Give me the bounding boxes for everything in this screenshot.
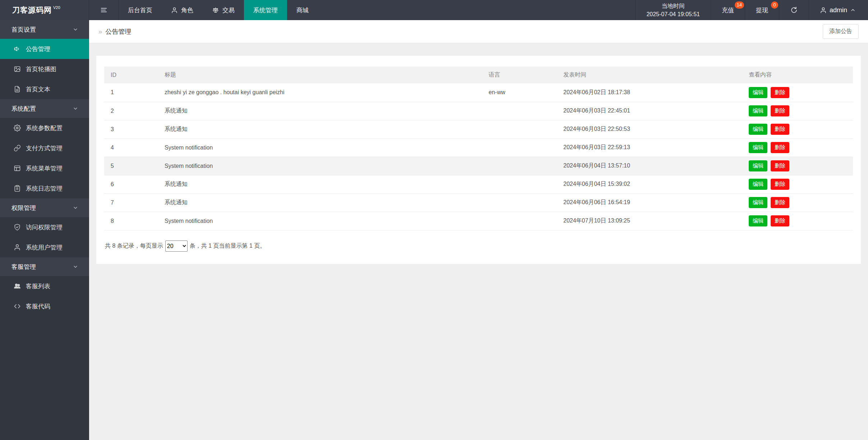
nav-item-system[interactable]: 系统管理 [244,0,287,20]
delete-button[interactable]: 删除 [771,197,789,208]
refresh-icon [790,6,798,14]
sidebar-item-label: 系统菜单管理 [26,164,63,173]
delete-button[interactable]: 删除 [771,124,789,135]
cell-actions: 编辑删除 [742,83,853,102]
cell-time: 2024年06月04日 15:39:02 [557,175,742,193]
nav-item-label: 角色 [181,6,193,14]
chevron-down-icon [73,205,78,211]
sidebar: 首页设置 公告管理 首页轮播图 首页文本 系统配置 系统参数配置 支付方式管理 [0,20,89,440]
gear-icon [14,124,21,132]
edit-button[interactable]: 编辑 [749,160,767,171]
sidebar-item-label: 客服列表 [26,282,50,290]
top-navbar: 刀客源码网 V20 后台首页 角色 交易 系统管理 商城 当地时间 2025-0… [0,0,868,20]
cell-lang: en-ww [482,83,557,102]
edit-button[interactable]: 编辑 [749,105,767,116]
cell-title: System notification [158,212,482,230]
nav-item-trade[interactable]: 交易 [203,0,244,20]
sidebar-item-label: 系统用户管理 [26,243,63,252]
table-header-row: ID 标题 语言 发表时间 查看内容 [104,67,853,83]
cell-id: 1 [104,83,158,102]
edit-button[interactable]: 编辑 [749,142,767,153]
sidebar-item-home-carousel[interactable]: 首页轮播图 [0,59,89,79]
delete-button[interactable]: 删除 [771,87,789,98]
cell-id: 4 [104,138,158,157]
delete-button[interactable]: 删除 [771,160,789,171]
table-row: 7 系统通知 2024年06月06日 16:54:19 编辑删除 [104,193,853,212]
page-size-select[interactable]: 20 [165,240,188,252]
cell-title: 系统通知 [158,102,482,120]
col-header-time: 发表时间 [557,67,742,83]
scale-icon [212,6,219,14]
table-row: 8 System notification 2024年07月10日 13:09:… [104,212,853,230]
app-title: 刀客源码网 [12,5,52,15]
sidebar-section-customer-service[interactable]: 客服管理 [0,257,89,276]
nav-item-roles[interactable]: 角色 [162,0,203,20]
sidebar-section-permissions[interactable]: 权限管理 [0,198,89,217]
cell-lang [482,193,557,212]
recharge-button[interactable]: 充值 14 [711,0,745,20]
sidebar-item-service-code[interactable]: 客服代码 [0,296,89,316]
edit-button[interactable]: 编辑 [749,215,767,226]
delete-button[interactable]: 删除 [771,105,789,116]
cell-time: 2024年06月03日 22:45:01 [557,102,742,120]
sidebar-item-home-text[interactable]: 首页文本 [0,79,89,99]
edit-button[interactable]: 编辑 [749,87,767,98]
user-icon [820,7,827,14]
sidebar-toggle-button[interactable] [89,0,119,20]
sidebar-item-label: 客服代码 [26,302,50,311]
cell-id: 6 [104,175,158,193]
nav-item-label: 交易 [222,6,235,14]
delete-button[interactable]: 删除 [771,179,789,190]
sidebar-item-label: 支付方式管理 [26,144,63,152]
edit-button[interactable]: 编辑 [749,124,767,135]
sidebar-item-notice-management[interactable]: 公告管理 [0,39,89,59]
cell-actions: 编辑删除 [742,193,853,212]
user-menu[interactable]: admin [809,0,868,20]
delete-button[interactable]: 删除 [771,215,789,226]
col-header-lang: 语言 [482,67,557,83]
hamburger-icon [100,6,108,14]
add-notice-button[interactable]: 添加公告 [823,24,859,39]
sidebar-item-label: 系统参数配置 [26,124,63,132]
section-title-label: 权限管理 [11,204,36,212]
cell-lang [482,120,557,138]
sidebar-item-system-params[interactable]: 系统参数配置 [0,118,89,138]
refresh-button[interactable] [779,0,809,20]
sidebar-section-home-settings[interactable]: 首页设置 [0,20,89,39]
sidebar-item-system-logs[interactable]: 系统日志管理 [0,178,89,198]
cell-id: 5 [104,157,158,175]
local-time: 当地时间 2025-07-04 19:05:51 [635,0,711,20]
table-row: 3 系统通知 2024年06月03日 22:50:53 编辑删除 [104,120,853,138]
layout-icon [14,165,21,172]
section-title-label: 系统配置 [11,105,36,113]
chevron-down-icon [73,27,78,32]
withdraw-button[interactable]: 提现 0 [745,0,779,20]
sidebar-item-label: 公告管理 [26,45,50,53]
nav-item-home[interactable]: 后台首页 [119,0,162,20]
chevron-up-icon [850,7,856,13]
main-content: » 公告管理 添加公告 ID 标题 语言 发表时间 查看内容 1 zheshi … [89,20,868,264]
sidebar-item-system-users[interactable]: 系统用户管理 [0,237,89,257]
cell-id: 7 [104,193,158,212]
sidebar-item-label: 系统日志管理 [26,184,63,193]
edit-button[interactable]: 编辑 [749,179,767,190]
sidebar-item-label: 首页轮播图 [26,65,56,73]
user-icon [14,244,21,251]
nav-item-mall[interactable]: 商城 [287,0,318,20]
speaker-icon [14,45,21,52]
withdraw-label: 提现 [756,6,768,14]
link-icon [14,145,21,152]
cell-lang [482,138,557,157]
chevron-down-icon [73,106,78,111]
clipboard-icon [14,185,21,192]
users-icon [14,283,21,290]
sidebar-item-system-menu[interactable]: 系统菜单管理 [0,158,89,178]
sidebar-item-service-list[interactable]: 客服列表 [0,276,89,296]
sidebar-item-access-permissions[interactable]: 访问权限管理 [0,217,89,237]
edit-button[interactable]: 编辑 [749,197,767,208]
nav-item-label: 商城 [296,6,309,14]
document-icon [14,86,21,93]
sidebar-section-system-config[interactable]: 系统配置 [0,99,89,118]
delete-button[interactable]: 删除 [771,142,789,153]
sidebar-item-payment-methods[interactable]: 支付方式管理 [0,138,89,158]
